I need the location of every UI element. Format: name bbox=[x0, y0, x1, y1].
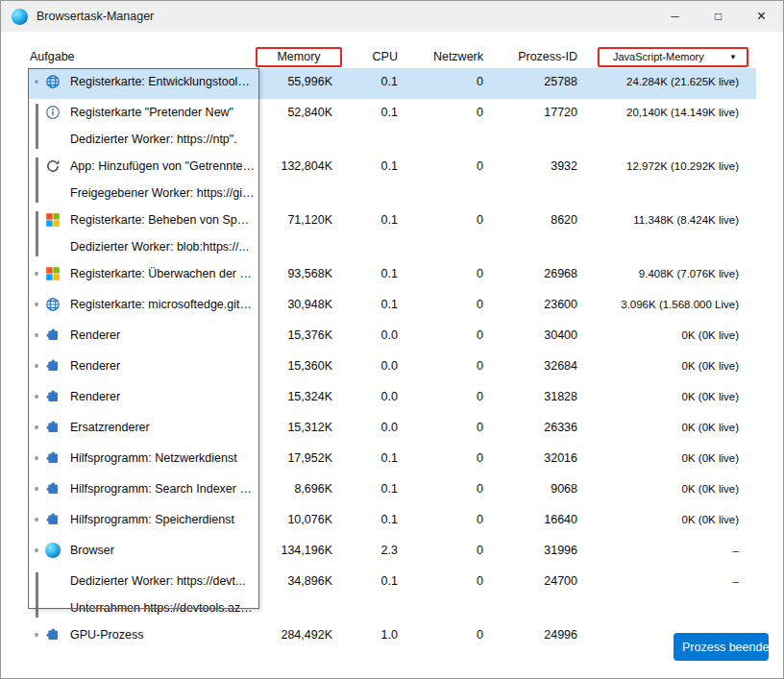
pid-value: 3932 bbox=[486, 153, 580, 180]
task-label: Hilfsprogramm: Netzwerkdienst bbox=[70, 445, 256, 472]
process-row[interactable]: Registerkarte "Pretender New" Dedizierte… bbox=[28, 99, 756, 153]
pid-value: 25788 bbox=[486, 68, 580, 95]
edge-icon bbox=[45, 543, 61, 558]
task-cell: Dedizierter Worker: https://devt... Unte… bbox=[70, 568, 256, 621]
cpu-value: 0.1 bbox=[335, 506, 400, 533]
process-row[interactable]: Renderer 15,360K 0.0 0 32684 0K (0K live… bbox=[28, 352, 756, 383]
js-memory-value: 0K (0K live) bbox=[580, 322, 756, 349]
pid-value: 24700 bbox=[486, 568, 580, 594]
edge-logo-icon bbox=[12, 9, 28, 25]
process-row[interactable]: Hilfsprogramm: Netzwerkdienst 17,952K 0.… bbox=[28, 445, 756, 475]
puzzle-icon bbox=[45, 358, 61, 374]
row-marker bbox=[28, 568, 45, 618]
tree-group-line bbox=[36, 211, 38, 256]
column-header-cpu[interactable]: CPU bbox=[335, 50, 400, 63]
network-value: 0 bbox=[400, 153, 486, 180]
cpu-value: 0.1 bbox=[335, 153, 400, 180]
task-cell: Registerkarte: Beheben von Speicherprobl… bbox=[70, 206, 256, 260]
network-value: 0 bbox=[400, 506, 486, 533]
bullet-icon bbox=[35, 80, 38, 84]
task-sub-label: Unterrahmen https://devtools.azur... bbox=[70, 594, 256, 621]
js-memory-value: 0K (0K live) bbox=[580, 383, 756, 410]
column-header-prozess-id[interactable]: Prozess-ID bbox=[486, 50, 580, 63]
close-button[interactable]: × bbox=[740, 1, 783, 32]
process-row[interactable]: Registerkarte: Überwachen der Speicherau… bbox=[28, 260, 756, 291]
column-header-memory[interactable]: Memory bbox=[256, 47, 335, 67]
process-row[interactable]: Hilfsprogramm: Search Indexer Senseco 8,… bbox=[28, 475, 756, 506]
task-sub-label: Dedizierter Worker: https://ntp". bbox=[70, 126, 256, 153]
task-cell: Hilfsprogramm: Netzwerkdienst bbox=[70, 445, 256, 472]
task-cell: Ersatzrenderer bbox=[70, 414, 256, 441]
task-label: Registerkarte: Entwicklungstools - Micro… bbox=[70, 68, 256, 95]
table-header: Aufgabe Memory CPU Netzwerk Prozess-ID J… bbox=[28, 45, 756, 68]
network-value: 0 bbox=[400, 621, 486, 648]
globe-icon bbox=[45, 297, 61, 312]
end-process-button[interactable]: Prozess beenden bbox=[674, 633, 769, 661]
process-row[interactable]: Registerkarte: Entwicklungstools - Micro… bbox=[28, 68, 756, 99]
process-table-body: Registerkarte: Entwicklungstools - Micro… bbox=[28, 68, 756, 652]
row-icon-cell bbox=[45, 153, 70, 183]
row-marker bbox=[28, 475, 45, 491]
memory-value: 71,120K bbox=[256, 206, 335, 233]
maximize-button[interactable]: □ bbox=[697, 1, 740, 32]
puzzle-icon bbox=[45, 420, 61, 435]
row-marker bbox=[28, 621, 45, 637]
task-label: Renderer bbox=[70, 322, 256, 349]
pid-value: 31996 bbox=[486, 537, 580, 564]
process-row[interactable]: Renderer 15,376K 0.0 0 30400 0K (0K live… bbox=[28, 322, 756, 352]
bullet-icon bbox=[35, 456, 38, 460]
process-row[interactable]: App: Hinzufügen von "Getrennte Elemente"… bbox=[28, 153, 756, 206]
process-row[interactable]: Ersatzrenderer 15,312K 0.0 0 26336 0K (0… bbox=[28, 414, 756, 445]
pid-value: 26968 bbox=[486, 260, 580, 287]
column-header-aufgabe[interactable]: Aufgabe bbox=[28, 50, 256, 63]
process-row[interactable]: Registerkarte: Beheben von Speicherprobl… bbox=[28, 206, 756, 260]
memory-value: 8,696K bbox=[256, 475, 335, 502]
column-header-netzwerk[interactable]: Netzwerk bbox=[400, 50, 486, 63]
network-value: 0 bbox=[400, 322, 486, 349]
process-row[interactable]: Renderer 15,324K 0.0 0 31828 0K (0K live… bbox=[28, 383, 756, 414]
tree-group-line bbox=[36, 572, 38, 618]
cpu-value: 0.1 bbox=[335, 68, 400, 95]
task-label: Hilfsprogramm: Speicherdienst bbox=[70, 506, 256, 533]
js-memory-header-label: JavaScript-Memory bbox=[613, 51, 704, 62]
info-icon bbox=[45, 105, 61, 120]
task-cell: Registerkarte: Überwachen der Speicherau… bbox=[70, 260, 256, 287]
bullet-icon bbox=[35, 518, 38, 521]
task-label: GPU-Prozess bbox=[70, 621, 256, 648]
puzzle-icon bbox=[45, 327, 61, 343]
process-row[interactable]: Registerkarte: microsoftedge.github.io/D… bbox=[28, 291, 756, 322]
bullet-icon bbox=[35, 425, 38, 429]
process-row[interactable]: GPU-Prozess 284,492K 1.0 0 24996 – bbox=[28, 621, 756, 652]
puzzle-icon bbox=[45, 450, 61, 466]
row-icon-cell bbox=[45, 383, 70, 414]
network-value: 0 bbox=[400, 475, 486, 502]
titlebar[interactable]: Browsertask-Manager ─ □ × bbox=[1, 1, 783, 32]
row-marker bbox=[28, 291, 45, 306]
cpu-value: 2.3 bbox=[335, 537, 400, 564]
row-marker bbox=[28, 153, 45, 203]
bullet-icon bbox=[35, 548, 38, 552]
js-memory-value: 0K (0K live) bbox=[580, 445, 756, 472]
memory-header-label: Memory bbox=[277, 50, 320, 63]
process-row[interactable]: Dedizierter Worker: https://devt... Unte… bbox=[28, 568, 756, 621]
task-cell: GPU-Prozess bbox=[70, 621, 256, 648]
row-marker bbox=[28, 322, 45, 337]
row-marker bbox=[28, 537, 45, 552]
memory-value: 15,324K bbox=[256, 383, 335, 410]
column-header-javascript-memory[interactable]: JavaScript-Memory ▼ bbox=[580, 47, 756, 67]
row-marker bbox=[28, 206, 45, 256]
task-label: Renderer bbox=[70, 352, 256, 379]
row-icon-cell bbox=[45, 621, 70, 652]
minimize-button[interactable]: ─ bbox=[653, 1, 697, 32]
task-label: Renderer bbox=[70, 383, 256, 410]
process-row[interactable]: Browser 134,196K 2.3 0 31996 – bbox=[28, 537, 756, 568]
row-icon-cell bbox=[45, 445, 70, 475]
row-icon-cell bbox=[45, 291, 70, 322]
pid-value: 32016 bbox=[486, 445, 580, 472]
memory-value: 30,948K bbox=[256, 291, 335, 318]
js-memory-value: 11.348K (8.424K live) bbox=[580, 206, 756, 233]
pid-value: 32684 bbox=[486, 352, 580, 379]
process-row[interactable]: Hilfsprogramm: Speicherdienst 10,076K 0.… bbox=[28, 506, 756, 537]
pid-value: 8620 bbox=[486, 206, 580, 233]
memory-value: 17,952K bbox=[256, 445, 335, 472]
